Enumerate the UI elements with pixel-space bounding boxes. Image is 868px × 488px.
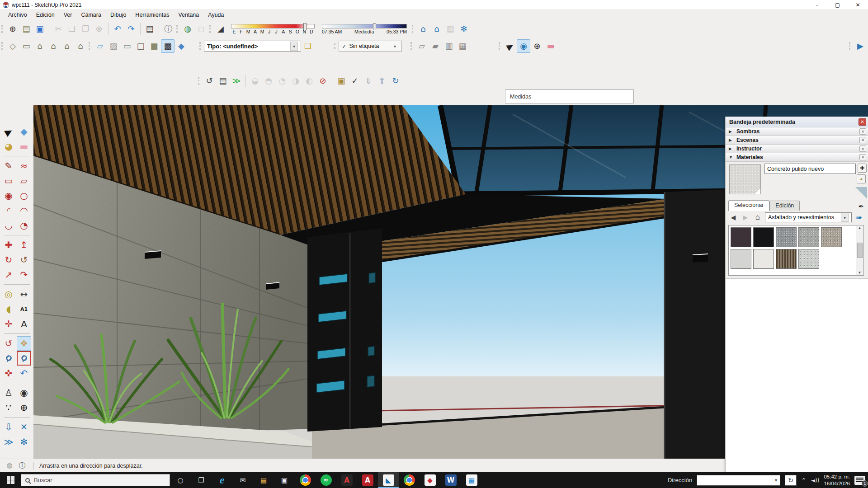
menu-item-ventana[interactable]: Ventana — [174, 11, 203, 19]
tab-seleccionar[interactable]: Seleccionar — [728, 200, 769, 211]
cloud-download[interactable]: ⇩ — [362, 74, 375, 88]
collapsed-arrow-icon[interactable]: ▶ — [729, 129, 733, 134]
menu-item-c-mara[interactable]: Cámara — [76, 11, 105, 19]
walk-tool[interactable]: ∵ — [1, 400, 16, 415]
style-hidden-line[interactable]: □ — [134, 39, 147, 53]
style-wireframe[interactable]: ▭ — [120, 39, 134, 53]
text-tool[interactable]: A1 — [17, 302, 31, 316]
section-close-icon[interactable]: ✕ — [859, 145, 866, 152]
tray-title-bar[interactable]: Bandeja predeterminada ✕ — [726, 117, 868, 127]
style-xray[interactable]: ▱ — [93, 39, 107, 53]
scrollbar-thumb[interactable] — [857, 243, 863, 258]
navigation-compass[interactable]: ⊕ — [530, 39, 544, 53]
view-top[interactable]: ▭ — [19, 39, 33, 53]
new-folder[interactable]: ▣ — [335, 74, 348, 88]
address-go-button[interactable]: ↻ — [785, 475, 797, 486]
display-section-planes[interactable]: ▰ — [429, 39, 442, 53]
previous-view-tool[interactable]: ↶ — [17, 366, 31, 380]
volume-icon[interactable]: ◄)) — [811, 477, 820, 483]
3d-warehouse-tool[interactable]: ⇩ — [1, 420, 16, 434]
style-shaded[interactable]: ■ — [147, 39, 161, 53]
taskbar-app-sketchup[interactable]: ◣ — [378, 472, 399, 488]
classifier-dropdown[interactable]: Tipo: <undefined> ▾ — [204, 41, 301, 52]
measurements-box[interactable]: Medidas — [505, 89, 634, 103]
place-section-plane[interactable]: ▱ — [415, 39, 429, 53]
chevron-down-icon[interactable]: ▾ — [391, 42, 399, 51]
tray-section-instructor[interactable]: ▶ Instructor ✕ — [726, 145, 868, 153]
select-cursor[interactable]: ▶ — [503, 39, 517, 53]
push-pull-tool[interactable]: ↥ — [17, 238, 31, 252]
toggle-shadows[interactable]: ◢ — [214, 22, 227, 36]
display-section-fill[interactable]: ▦ — [456, 39, 469, 53]
arc-tool[interactable]: ◜ — [1, 203, 16, 218]
style-monochrome[interactable]: ◆ — [175, 39, 188, 53]
follow-me-tool[interactable]: ↺ — [17, 253, 31, 267]
taskbar-app-spotify[interactable]: ≈ — [316, 472, 336, 488]
eyedropper-icon[interactable]: ✒ — [858, 202, 864, 211]
paint-with-default-button[interactable]: ◕ — [857, 174, 866, 183]
three-point-arc-tool[interactable]: ◡ — [1, 218, 16, 233]
tag-dropdown[interactable]: ✓ Sin etiqueta ▾ — [339, 41, 402, 52]
share-model-tool[interactable]: ≫ — [1, 435, 16, 449]
back-button[interactable]: ◀ — [728, 214, 738, 221]
start-button[interactable] — [0, 472, 21, 488]
materials-scrollbar[interactable]: ▲ ▼ — [856, 226, 863, 275]
tray-section-sombras[interactable]: ▶ Sombras ✕ — [726, 127, 868, 136]
cloud-upload[interactable]: ⇧ — [375, 74, 389, 88]
shadow-date-slider[interactable]: EFMAMJJASOND — [231, 24, 315, 34]
two-point-arc-tool[interactable]: ◠ — [17, 203, 31, 218]
details-button[interactable]: ➠ — [854, 213, 864, 222]
taskbar-app-chrome-profile[interactable] — [399, 472, 420, 488]
polygon-tool[interactable]: ○ — [17, 188, 31, 203]
orbit-model[interactable]: ↺ — [203, 74, 216, 88]
rectangle-tool[interactable]: ▭ — [1, 174, 16, 188]
select-tool[interactable]: ▶ — [1, 124, 16, 139]
protractor-tool[interactable]: ◖ — [1, 302, 16, 316]
3d-text-tool[interactable]: A — [17, 317, 31, 331]
notification-center-icon[interactable]: 1 — [854, 476, 865, 485]
tray-close-button[interactable]: ✕ — [859, 118, 866, 126]
chevron-down-icon[interactable]: ▾ — [772, 478, 780, 483]
stop-render[interactable]: ⊘ — [316, 74, 330, 88]
orbit-tool[interactable]: ↺ — [1, 336, 16, 351]
section-close-icon[interactable]: ✕ — [859, 137, 866, 143]
menu-item-herramientas[interactable]: Herramientas — [131, 11, 174, 19]
taskbar-app-edge[interactable]: e — [212, 472, 232, 488]
address-input[interactable]: ▾ — [697, 475, 780, 486]
material-swatch-concreto-marcas[interactable] — [798, 249, 819, 269]
tray-section-escenas[interactable]: ▶ Escenas ✕ — [726, 136, 868, 145]
taskbar-app-cortana[interactable]: ○ — [170, 472, 191, 488]
display-section-cuts[interactable]: ▥ — [442, 39, 456, 53]
eraser-tool[interactable]: ▬ — [17, 139, 31, 154]
model-info[interactable]: ⓘ — [161, 22, 175, 36]
view-back[interactable]: ⌂ — [60, 39, 74, 53]
material-swatch-asfalto-negro[interactable] — [753, 227, 774, 247]
taskbar-app-pdf-reader[interactable]: A — [357, 472, 378, 488]
create-material-button[interactable]: ✚ — [858, 164, 867, 173]
taskbar-app-adobe-acrobat[interactable]: A — [336, 472, 357, 488]
close-window[interactable]: ✕ — [848, 0, 868, 10]
3d-warehouse[interactable]: ⌂ — [416, 22, 430, 36]
expanded-arrow-icon[interactable]: ▼ — [729, 155, 733, 160]
extension-manager[interactable]: ✻ — [457, 22, 471, 36]
menu-item-ver[interactable]: Ver — [59, 11, 77, 19]
line-tool[interactable]: ✎ — [1, 159, 16, 173]
shadow-time-bar[interactable] — [322, 24, 407, 28]
undo[interactable]: ↶ — [111, 22, 124, 36]
pan-tool[interactable]: ❖ — [17, 336, 31, 351]
position-camera-tool[interactable]: ♙ — [1, 385, 16, 400]
zoom-extents-tool[interactable]: ✜ — [1, 366, 16, 380]
paint-bucket-tool[interactable]: ◕ — [1, 139, 16, 154]
offset-tool[interactable]: ↷ — [17, 267, 31, 282]
date-slider-handle[interactable] — [303, 23, 307, 30]
view-right[interactable]: ⌂ — [47, 39, 60, 53]
tab-edicion[interactable]: Edición — [769, 201, 800, 211]
scroll-up-icon[interactable]: ▲ — [858, 226, 862, 230]
eraser-alt[interactable]: ▬ — [544, 39, 557, 53]
minimize-window[interactable]: – — [807, 0, 827, 10]
chevron-down-icon[interactable]: ▾ — [290, 42, 298, 51]
dynamic-components[interactable]: ◉ — [517, 39, 530, 53]
print[interactable]: ▤ — [143, 22, 156, 36]
look-around-tool[interactable]: ◉ — [17, 385, 31, 400]
new-file[interactable]: ⊕ — [6, 22, 19, 36]
